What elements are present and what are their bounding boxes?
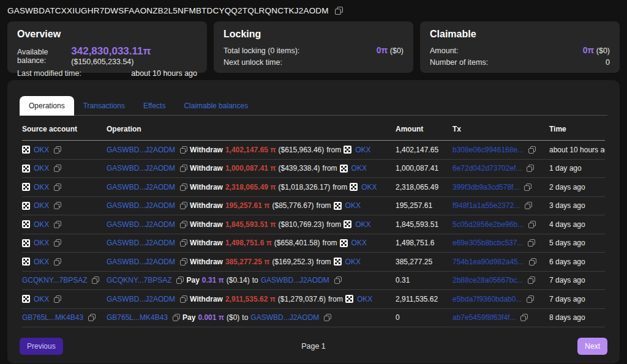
operation-target-link[interactable]: OKX [355,220,370,229]
copy-icon[interactable] [180,165,187,172]
copy-icon[interactable] [54,146,61,154]
tab-transactions[interactable]: Transactions [74,96,134,116]
operation-account-link[interactable]: GASWBD...J2AODM [107,239,175,247]
time-cell: 7 days ago [549,276,605,284]
operation-account-link[interactable]: GASWBD...J2AODM [107,258,175,266]
operation-target-link[interactable]: OKX [357,295,372,303]
operation-account-link[interactable]: GASWBD...J2AODM [107,183,175,191]
table-row: OKXGASWBD...J2AODMWithdraw2,318,065.49 π… [22,178,605,197]
tx-hash-link[interactable]: f948f1a1a55e2372... [452,201,520,210]
available-balance-label: Available balance: [17,48,71,65]
copy-icon[interactable] [528,239,535,247]
tab-claimable-balances[interactable]: Claimable balances [175,96,257,116]
copy-icon[interactable] [525,202,532,209]
operation-verb: Withdraw [190,164,223,173]
copy-icon[interactable] [180,221,187,228]
copy-icon[interactable] [180,184,187,191]
copy-icon[interactable] [173,314,180,321]
operation-usd: ($85,776.67) [272,201,314,210]
copy-icon[interactable] [54,184,61,191]
operation-cell: GASWBD...J2AODMWithdraw1,000,087.41 π($4… [107,164,396,173]
copy-icon[interactable] [180,202,187,209]
tx-hash-link[interactable]: ab7e5459f8f63f4f... [452,313,516,322]
copy-icon[interactable] [520,314,528,321]
time-cell: 5 days ago [549,239,605,247]
operation-account-link[interactable]: GCQKNY...7BPSAZ [107,276,171,284]
copy-icon[interactable] [180,258,187,266]
operation-account-link[interactable]: GB765L...MK4B43 [107,313,168,322]
previous-button[interactable]: Previous [20,338,63,355]
copy-icon[interactable] [527,295,534,303]
copy-icon[interactable] [528,146,536,154]
tab-operations[interactable]: Operations [20,96,74,116]
col-tx: Tx [452,116,549,140]
operation-amount: 0.31 π [202,276,224,284]
operation-account-link[interactable]: GASWBD...J2AODM [107,201,175,210]
tab-effects[interactable]: Effects [134,96,175,116]
tx-hash-link[interactable]: 754b1ea90d982a45... [452,258,524,266]
copy-icon[interactable] [180,239,187,247]
copy-icon[interactable] [180,295,187,303]
copy-icon[interactable] [54,221,61,228]
copy-icon[interactable] [54,295,61,303]
source-account-link[interactable]: OKX [34,295,49,303]
copy-icon[interactable] [527,165,534,172]
source-account-link[interactable]: OKX [34,183,49,191]
copy-icon[interactable] [180,146,187,154]
source-account-link[interactable]: OKX [34,164,49,173]
source-account-link[interactable]: OKX [34,258,49,266]
copy-icon[interactable] [529,258,536,266]
tx-cell: e69e305b8bcbc537... [452,239,549,247]
tx-hash-link[interactable]: 2b88ce28a05667bc... [452,276,523,284]
operation-usd: ($1,279,037.6) [278,295,326,303]
source-account-link[interactable]: OKX [34,201,49,210]
operation-usd: ($439,338.4) [279,164,320,173]
last-modified-label: Last modified time: [17,69,81,78]
source-account-link[interactable]: OKX [34,239,49,247]
next-button[interactable]: Next [577,338,607,355]
operation-target-link[interactable]: OKX [345,201,361,210]
copy-icon[interactable] [88,314,96,321]
operation-target-link[interactable]: OKX [355,146,370,154]
tx-hash-link[interactable]: 5c05d2856e2be96b... [452,220,524,229]
source-account-link[interactable]: GB765L...MK4B43 [22,313,83,322]
copy-icon[interactable] [324,314,331,321]
operation-account-link[interactable]: GASWBD...J2AODM [107,220,175,229]
copy-icon[interactable] [528,277,535,284]
copy-icon[interactable] [54,239,61,247]
tx-hash-link[interactable]: e5bda7f9360bdab0... [452,295,522,303]
operation-target-link[interactable]: OKX [351,239,367,247]
tx-hash-link[interactable]: b308e06c9946168e... [452,146,524,154]
source-account-link[interactable]: OKX [34,220,49,229]
copy-icon[interactable] [54,258,61,266]
locking-card: Locking Total locking (0 items): 0π ($0)… [214,21,413,73]
copy-icon[interactable] [92,277,99,284]
operation-target-link[interactable]: GASWBD...J2AODM [261,276,329,284]
operation-account-link[interactable]: GASWBD...J2AODM [107,146,175,154]
tx-hash-link[interactable]: e69e305b8bcbc537... [452,239,523,247]
source-account-link[interactable]: GCQKNY...7BPSAZ [22,276,87,284]
operation-target-link[interactable]: OKX [345,258,361,266]
copy-icon[interactable] [334,277,342,284]
tx-hash-link[interactable]: 6e72d042d73702ef... [452,164,522,173]
operation-cell: GASWBD...J2AODMWithdraw1,845,593.51 π($8… [107,220,396,229]
operation-verb: Withdraw [190,295,223,303]
operation-account-link[interactable]: GASWBD...J2AODM [107,295,175,303]
copy-icon[interactable] [528,221,536,228]
copy-icon[interactable] [54,202,61,209]
copy-icon[interactable] [54,165,61,172]
operation-account-link[interactable]: GASWBD...J2AODM [107,164,175,173]
tx-hash-link[interactable]: 399f3db9a3cd578f... [452,183,519,191]
operation-target-link[interactable]: OKX [351,164,367,173]
total-locking-label: Total locking (0 items): [223,46,299,55]
col-source-account: Source account [22,116,107,140]
operation-usd: ($169,252.3) [272,258,314,266]
operation-target-link[interactable]: OKX [361,183,377,191]
source-account-link[interactable]: OKX [34,146,49,154]
copy-icon[interactable] [524,184,531,191]
table-row: OKXGASWBD...J2AODMWithdraw1,845,593.51 π… [22,215,605,234]
okx-logo-icon [22,165,30,173]
operation-target-link[interactable]: GASWBD...J2AODM [250,313,319,322]
copy-icon[interactable] [335,7,343,15]
copy-icon[interactable] [176,277,184,284]
